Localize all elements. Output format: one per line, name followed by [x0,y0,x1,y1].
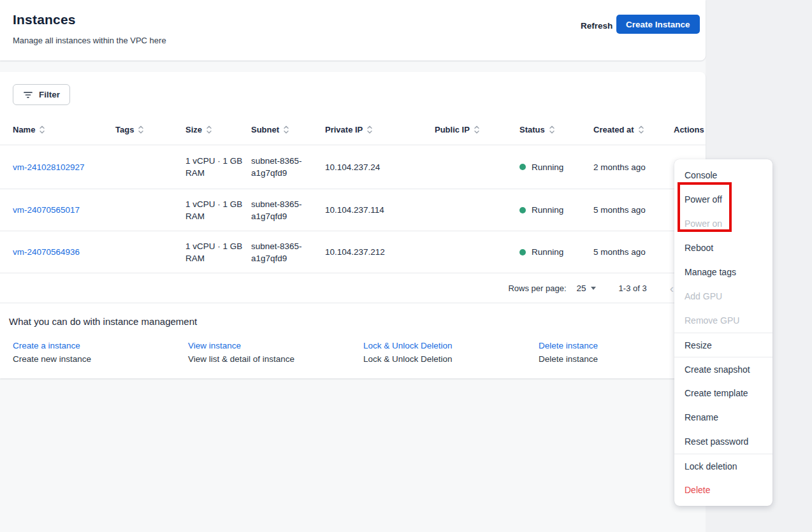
help-link-lock-unlock-deletion[interactable]: Lock & Unlock Deletion [363,341,453,350]
sort-icon [283,125,289,134]
instances-panel: Filter Name Tags Size Subnet Private IP [0,72,706,378]
refresh-button[interactable]: Refresh [576,18,618,34]
help-link-delete-instance[interactable]: Delete instance [539,341,598,350]
help-description: Delete instance [539,354,598,364]
private-ip-cell: 10.104.237.114 [325,189,427,231]
instance-name-link[interactable]: vm-24070564936 [13,246,80,258]
column-label: Status [519,124,545,136]
filter-icon [23,90,33,99]
help-link-view-instance[interactable]: View instance [188,341,294,350]
tags-cell [115,231,179,273]
column-header-tags[interactable]: Tags [115,115,179,145]
help-description: Create new instance [13,354,91,364]
tags-cell [115,145,179,189]
size-cell: 1 vCPU · 1 GB RAM [185,145,246,189]
menu-item-console[interactable]: Console [674,163,772,187]
column-header-status[interactable]: Status [519,115,586,145]
tags-cell [115,189,179,231]
menu-item-add-gpu: Add GPU [674,284,772,308]
sort-icon [474,125,480,134]
menu-item-lock-deletion[interactable]: Lock deletion [674,454,772,478]
column-header-size[interactable]: Size [185,115,246,145]
column-header-name[interactable]: Name [13,115,108,145]
help-item: Lock & Unlock Deletion Lock & Unlock Del… [363,341,453,364]
sort-icon [549,125,555,134]
column-label: Actions [674,124,704,136]
menu-item-rename[interactable]: Rename [674,405,772,429]
chevron-down-icon [591,287,596,290]
menu-item-delete[interactable]: Delete [674,478,772,502]
public-ip-cell [435,189,511,231]
column-header-public-ip[interactable]: Public IP [435,115,511,145]
instances-page: Instances Manage all instances within th… [0,0,812,532]
menu-item-power-off[interactable]: Power off [674,187,772,212]
status-cell: Running [519,231,586,273]
menu-item-manage-tags[interactable]: Manage tags [674,260,772,284]
column-label: Created at [593,124,634,136]
status-label: Running [532,204,563,216]
create-instance-button[interactable]: Create Instance [616,15,700,34]
column-label: Tags [115,124,134,136]
column-label: Private IP [325,124,363,136]
sort-icon [39,125,45,134]
menu-item-create-snapshot[interactable]: Create snapshot [674,357,772,381]
column-header-actions: Actions [674,115,706,145]
column-header-private-ip[interactable]: Private IP [325,115,427,145]
private-ip-cell: 10.104.237.24 [325,145,427,189]
filter-button-label: Filter [39,90,60,99]
pagination-range-label: 1-3 of 3 [619,284,647,293]
help-item: Create a instance Create new instance [13,341,91,364]
size-cell: 1 vCPU · 1 GB RAM [185,231,246,273]
size-cell: 1 vCPU · 1 GB RAM [185,189,246,231]
status-cell: Running [519,145,586,189]
status-label: Running [532,161,563,173]
public-ip-cell [435,145,511,189]
status-label: Running [532,246,563,258]
subnet-cell: subnet-8365-a1g7qfd9 [251,231,318,273]
rows-per-page-value: 25 [577,284,586,293]
page-title: Instances [13,12,76,27]
created-at-cell: 2 months ago [593,145,667,189]
filter-button[interactable]: Filter [13,84,70,105]
page-subtitle: Manage all instances within the VPC here [13,36,166,45]
column-label: Size [185,124,202,136]
sort-icon [638,125,644,134]
pagination-bar: Rows per page: 25 1-3 of 3 ‹ [0,273,706,303]
instance-name-link[interactable]: vm-241028102927 [13,161,85,173]
table-row: vm-241028102927 1 vCPU · 1 GB RAM subnet… [0,145,706,189]
help-description: View list & detail of instance [188,354,294,364]
chevron-left-icon: ‹ [670,282,674,294]
sort-icon [138,125,144,134]
rows-per-page-select[interactable]: 25 [577,284,596,293]
subnet-cell: subnet-8365-a1g7qfd9 [251,145,318,189]
instance-name-link[interactable]: vm-24070565017 [13,204,80,216]
menu-item-reboot[interactable]: Reboot [674,236,772,260]
sort-icon [366,125,373,134]
menu-item-resize[interactable]: Resize [674,333,772,357]
sort-icon [206,125,212,134]
help-item: View instance View list & detail of inst… [188,341,294,364]
column-label: Subnet [251,124,279,136]
status-cell: Running [519,189,586,231]
column-header-created-at[interactable]: Created at [593,115,667,145]
column-header-subnet[interactable]: Subnet [251,115,318,145]
help-link-create-instance[interactable]: Create a instance [13,341,91,350]
created-at-cell: 5 months ago [593,189,667,231]
instance-actions-menu: Console Power off Power on Reboot Manage… [674,159,772,506]
status-running-dot [519,249,526,255]
rows-per-page-label: Rows per page: [508,284,566,293]
menu-item-remove-gpu: Remove GPU [674,308,772,333]
help-description: Lock & Unlock Deletion [363,354,453,364]
status-running-dot [519,164,526,170]
subnet-cell: subnet-8365-a1g7qfd9 [251,189,318,231]
page-header: Instances Manage all instances within th… [0,0,706,61]
menu-item-reset-password[interactable]: Reset password [674,429,772,454]
column-label: Public IP [435,124,470,136]
menu-item-create-template[interactable]: Create template [674,381,772,405]
table-row: vm-24070565017 1 vCPU · 1 GB RAM subnet-… [0,189,706,231]
status-running-dot [519,207,526,213]
public-ip-cell [435,231,511,273]
table-header-row: Name Tags Size Subnet Private IP Public … [0,115,706,145]
table-row: vm-24070564936 1 vCPU · 1 GB RAM subnet-… [0,231,706,273]
help-item: Delete instance Delete instance [539,341,598,364]
